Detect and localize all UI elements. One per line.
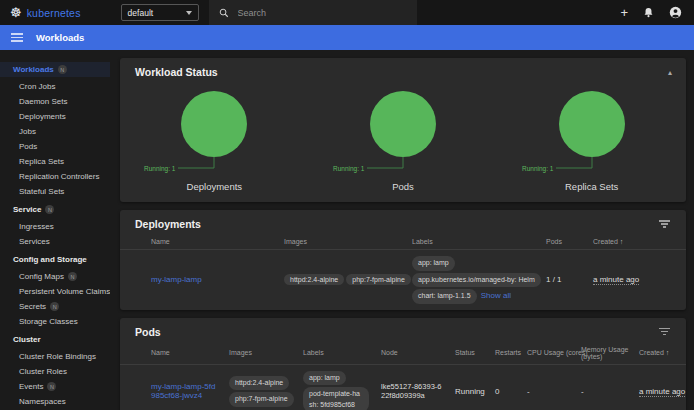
col-pods: Pods bbox=[541, 234, 588, 250]
deployments-pie bbox=[181, 91, 247, 157]
replica-sets-chart-title: Replica Sets bbox=[565, 181, 618, 192]
menu-hamburger-icon[interactable] bbox=[11, 33, 23, 42]
replica-sets-pie bbox=[559, 91, 625, 157]
sidebar-item-stateful-sets[interactable]: Stateful Sets bbox=[0, 184, 110, 199]
image-chip: httpd:2.4-alpine bbox=[229, 376, 289, 391]
image-chip: php:7-fpm-alpine bbox=[229, 392, 294, 407]
create-resource-icon[interactable]: + bbox=[620, 6, 628, 19]
search-input[interactable] bbox=[238, 8, 388, 18]
pod-name-link[interactable]: my-lamp-lamp-5fd985cf68-jwvz4 bbox=[151, 382, 215, 400]
sidebar-item-jobs[interactable]: Jobs bbox=[0, 124, 110, 139]
sidebar-item-daemon-sets[interactable]: Daemon Sets bbox=[0, 94, 110, 109]
notifications-bell-icon[interactable] bbox=[643, 7, 654, 18]
status-dot-column bbox=[120, 342, 146, 365]
deployments-chart: Running: 1 Deployments bbox=[120, 84, 309, 192]
col-created[interactable]: Created ↑ bbox=[588, 234, 686, 250]
sidebar-item-service[interactable]: ServiceN bbox=[0, 202, 110, 217]
node-name: lke55127-86393-622f8d09399a bbox=[381, 382, 441, 400]
col-memory-usage: Memory Usage (bytes) bbox=[576, 342, 634, 365]
image-chip: httpd:2.4-alpine bbox=[284, 274, 344, 285]
user-account-icon[interactable] bbox=[669, 6, 682, 19]
pod-cpu-usage: - bbox=[522, 364, 576, 410]
col-restarts: Restarts bbox=[490, 342, 522, 365]
deployments-card: Deployments Name Images Labels Pods Crea… bbox=[120, 210, 686, 310]
created-timestamp: a minute ago bbox=[639, 387, 685, 397]
col-name: Name bbox=[146, 234, 279, 250]
top-bar: ☸ kubernetes default + bbox=[0, 0, 694, 25]
sidebar-item-deployments[interactable]: Deployments bbox=[0, 109, 110, 124]
main-content: Workload Status ▴ Running: 1 Deployments bbox=[110, 50, 694, 410]
pod-restarts: 0 bbox=[490, 364, 522, 410]
filter-icon[interactable] bbox=[657, 218, 672, 230]
label-chip: pod-template-hash: 5fd985cf68 bbox=[303, 387, 369, 410]
pod-memory-usage: - bbox=[576, 364, 634, 410]
created-timestamp: a minute ago bbox=[593, 275, 639, 285]
namespace-value: default bbox=[128, 8, 154, 18]
replica-sets-running-label: Running: 1 bbox=[522, 165, 554, 173]
deployments-chart-title: Deployments bbox=[187, 181, 242, 192]
deployments-running-label: Running: 1 bbox=[144, 165, 176, 173]
brand-name: kubernetes bbox=[27, 7, 81, 19]
col-labels: Labels bbox=[407, 234, 541, 250]
sidebar-item-events[interactable]: EventsN bbox=[0, 379, 110, 394]
pods-pie bbox=[370, 91, 436, 157]
sidebar-item-namespaces[interactable]: Namespaces bbox=[0, 394, 110, 409]
pods-running-label: Running: 1 bbox=[333, 165, 365, 173]
namespaced-badge-icon: N bbox=[47, 382, 56, 391]
sidebar-item-workloads[interactable]: WorkloadsN bbox=[0, 62, 110, 77]
pod-status: Running bbox=[450, 364, 490, 410]
app-bar: Workloads bbox=[0, 25, 694, 50]
search-icon bbox=[219, 8, 229, 18]
pods-chart-title: Pods bbox=[392, 181, 414, 192]
sidebar-item-storage-classes[interactable]: Storage Classes bbox=[0, 314, 110, 329]
namespaced-badge-icon: N bbox=[68, 272, 77, 281]
sidebar-item-cron-jobs[interactable]: Cron Jobs bbox=[0, 79, 110, 94]
sidebar-item-pods[interactable]: Pods bbox=[0, 139, 110, 154]
image-chip: php:7-fpm-alpine bbox=[346, 274, 411, 285]
sidebar-item-cluster-role-bindings[interactable]: Cluster Role Bindings bbox=[0, 349, 110, 364]
col-images: Images bbox=[224, 342, 298, 365]
deployments-title: Deployments bbox=[135, 218, 201, 230]
col-node: Node bbox=[376, 342, 450, 365]
sidebar-item-replica-sets[interactable]: Replica Sets bbox=[0, 154, 110, 169]
workload-status-title: Workload Status bbox=[135, 66, 218, 78]
col-labels: Labels bbox=[298, 342, 376, 365]
col-cpu-usage: CPU Usage (cores) bbox=[522, 342, 576, 365]
label-chip: app: lamp bbox=[412, 256, 455, 271]
sidebar-item-services[interactable]: Services bbox=[0, 234, 110, 249]
brand[interactable]: ☸ kubernetes bbox=[10, 6, 81, 19]
collapse-icon[interactable]: ▴ bbox=[668, 68, 672, 77]
col-status: Status bbox=[450, 342, 490, 365]
filter-icon[interactable] bbox=[657, 326, 672, 338]
status-dot-column bbox=[120, 234, 146, 250]
col-created[interactable]: Created ↑ bbox=[634, 342, 686, 365]
pod-row: my-lamp-lamp-5fd985cf68-jwvz4 httpd:2.4-… bbox=[120, 364, 686, 410]
sidebar-item-config-maps[interactable]: Config MapsN bbox=[0, 269, 110, 284]
col-images: Images bbox=[279, 234, 407, 250]
sort-asc-icon: ↑ bbox=[620, 238, 624, 245]
deployment-row: my-lamp-lamp httpd:2.4-alpinephp:7-fpm-a… bbox=[120, 250, 686, 310]
namespaced-badge-icon: N bbox=[45, 205, 54, 214]
namespaced-badge-icon: N bbox=[50, 302, 59, 311]
show-all-link[interactable]: Show all bbox=[481, 291, 511, 300]
search-bar[interactable] bbox=[209, 0, 417, 25]
sidebar: WorkloadsN Cron Jobs Daemon Sets Deploym… bbox=[0, 50, 110, 410]
sidebar-item-secrets[interactable]: SecretsN bbox=[0, 299, 110, 314]
deployment-name-link[interactable]: my-lamp-lamp bbox=[151, 275, 202, 284]
namespaced-badge-icon: N bbox=[58, 65, 67, 74]
pods-card: Pods Name Images Labels Node Status Rest… bbox=[120, 318, 686, 410]
namespace-selector[interactable]: default bbox=[121, 4, 199, 21]
sidebar-item-replication-controllers[interactable]: Replication Controllers bbox=[0, 169, 110, 184]
sidebar-section-config-and-storage[interactable]: Config and Storage bbox=[0, 252, 110, 267]
deployments-table: Name Images Labels Pods Created ↑ my-lam… bbox=[120, 234, 686, 310]
col-name: Name bbox=[146, 342, 224, 365]
sidebar-item-persistent-volume-claims[interactable]: Persistent Volume ClaimsN bbox=[0, 284, 110, 299]
sidebar-item-ingresses[interactable]: Ingresses bbox=[0, 219, 110, 234]
label-chip: chart: lamp-1.1.5 bbox=[412, 289, 477, 304]
pods-table: Name Images Labels Node Status Restarts … bbox=[120, 342, 686, 410]
replica-sets-chart: Running: 1 Replica Sets bbox=[497, 84, 686, 192]
sidebar-item-cluster-roles[interactable]: Cluster Roles bbox=[0, 364, 110, 379]
sidebar-section-cluster[interactable]: Cluster bbox=[0, 332, 110, 347]
page-title: Workloads bbox=[36, 32, 84, 43]
workload-status-charts: Running: 1 Deployments Running: 1 Pods bbox=[120, 82, 686, 202]
